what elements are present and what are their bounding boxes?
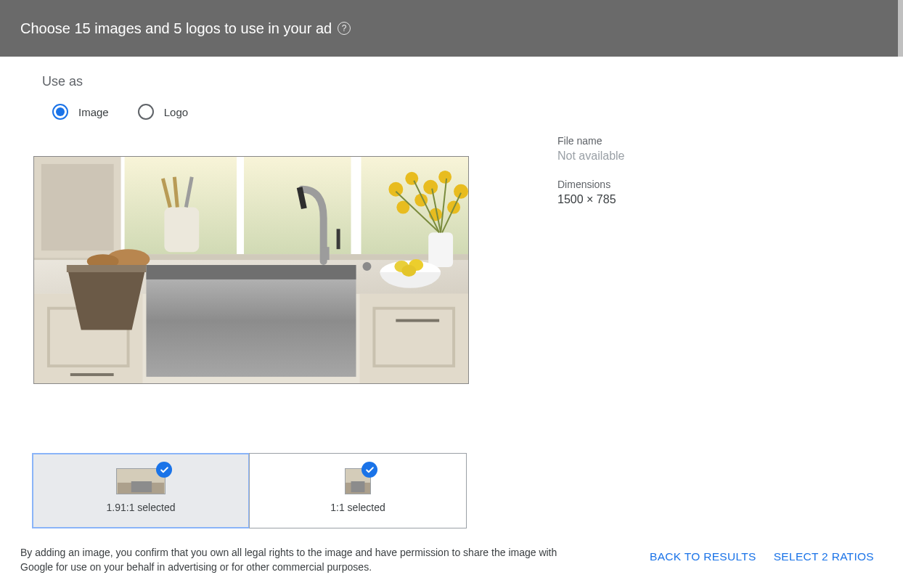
use-as-logo-radio[interactable]: Logo <box>138 104 188 120</box>
dialog-title-text: Choose 15 images and 5 logos to use in y… <box>20 20 332 37</box>
ratio-card-11[interactable]: 1:1 selected <box>249 453 467 528</box>
ratio-label: 1:1 selected <box>330 502 385 513</box>
svg-point-24 <box>405 172 418 185</box>
svg-rect-19 <box>322 247 330 260</box>
use-as-label: Use as <box>42 74 514 89</box>
file-name-label: File name <box>557 135 883 147</box>
svg-rect-20 <box>337 229 340 249</box>
svg-rect-9 <box>41 164 114 250</box>
dimensions-label: Dimensions <box>557 179 883 190</box>
svg-point-23 <box>388 182 403 197</box>
svg-rect-15 <box>70 373 114 376</box>
footer-actions: BACK TO RESULTS SELECT 2 RATIOS <box>650 550 874 563</box>
dialog-header: Choose 15 images and 5 logos to use in y… <box>0 0 903 57</box>
radio-icon <box>52 104 68 120</box>
radio-label: Image <box>78 106 109 118</box>
use-as-radio-group: Image Logo <box>52 104 514 120</box>
radio-icon <box>138 104 154 120</box>
svg-rect-17 <box>146 265 356 279</box>
svg-rect-16 <box>146 265 356 377</box>
ratio-thumb-191 <box>116 468 166 494</box>
dialog-title: Choose 15 images and 5 logos to use in y… <box>20 20 351 37</box>
svg-rect-41 <box>164 208 199 253</box>
svg-point-26 <box>438 171 452 184</box>
file-name-value: Not available <box>557 150 883 163</box>
svg-rect-52 <box>351 481 365 492</box>
svg-rect-22 <box>428 232 453 267</box>
svg-point-27 <box>454 184 468 199</box>
aspect-ratio-selector: 1.91:1 selected 1:1 selected <box>32 453 467 528</box>
svg-point-25 <box>423 180 438 195</box>
dimensions-value: 1500 × 785 <box>557 193 883 206</box>
svg-rect-49 <box>131 481 152 492</box>
ratio-label: 1.91:1 selected <box>107 502 176 513</box>
svg-rect-14 <box>396 319 439 322</box>
help-icon[interactable]: ? <box>338 22 351 35</box>
scrollbar-stub <box>898 0 903 57</box>
radio-label: Logo <box>164 106 188 118</box>
legal-disclaimer: By adding an image, you confirm that you… <box>20 546 572 574</box>
check-icon <box>156 462 172 478</box>
svg-point-21 <box>362 262 371 271</box>
check-icon <box>361 462 377 478</box>
image-preview[interactable] <box>33 156 469 384</box>
back-to-results-button[interactable]: BACK TO RESULTS <box>650 550 756 563</box>
ratio-card-191[interactable]: 1.91:1 selected <box>32 453 250 528</box>
select-ratios-button[interactable]: SELECT 2 RATIOS <box>774 550 874 563</box>
image-metadata: File name Not available Dimensions 1500 … <box>557 74 883 384</box>
ratio-thumb-11 <box>345 468 371 494</box>
use-as-image-radio[interactable]: Image <box>52 104 109 120</box>
svg-point-40 <box>401 265 416 277</box>
